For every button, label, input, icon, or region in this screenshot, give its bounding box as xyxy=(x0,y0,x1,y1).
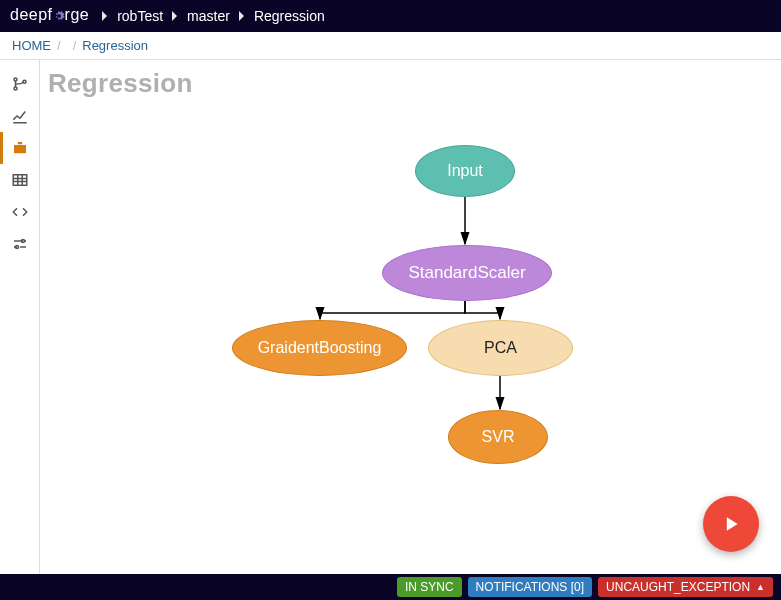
breadcrumb-current[interactable]: Regression xyxy=(82,38,148,53)
sidebar xyxy=(0,60,40,574)
code-icon[interactable] xyxy=(0,196,40,228)
topbar: deepfrge robTest master Regression xyxy=(0,0,781,32)
branch-icon[interactable] xyxy=(0,68,40,100)
logo-text-post: rge xyxy=(65,6,90,23)
canvas[interactable]: Regression Input StandardScaler Graident… xyxy=(40,60,781,574)
run-button[interactable] xyxy=(703,496,759,552)
status-error[interactable]: UNCAUGHT_EXCEPTION ▲ xyxy=(598,577,773,597)
node-gradientboosting[interactable]: GraidentBoosting xyxy=(232,320,407,376)
table-icon[interactable] xyxy=(0,164,40,196)
sliders-icon[interactable] xyxy=(0,228,40,260)
breadcrumb-node[interactable]: Regression xyxy=(248,8,331,24)
briefcase-icon[interactable] xyxy=(0,132,40,164)
logo-text-pre: deep xyxy=(10,6,48,23)
app-logo[interactable]: deepfrge xyxy=(10,6,89,26)
breadcrumb-sep: / xyxy=(67,38,83,53)
play-icon xyxy=(721,514,741,534)
svg-point-1 xyxy=(14,87,17,90)
status-sync[interactable]: IN SYNC xyxy=(397,577,462,597)
node-input[interactable]: Input xyxy=(415,145,515,197)
breadcrumb-sep: / xyxy=(51,38,67,53)
node-pca[interactable]: PCA xyxy=(428,320,573,376)
sub-breadcrumb: HOME / / Regression xyxy=(0,32,781,60)
chevron-right-icon xyxy=(169,9,181,23)
caret-up-icon: ▲ xyxy=(756,582,765,592)
chevron-right-icon xyxy=(99,9,111,23)
status-bar: IN SYNC NOTIFICATIONS [0] UNCAUGHT_EXCEP… xyxy=(0,574,781,600)
breadcrumb-home[interactable]: HOME xyxy=(12,38,51,53)
breadcrumb-branch[interactable]: master xyxy=(181,8,236,24)
chevron-right-icon xyxy=(236,9,248,23)
svg-point-0 xyxy=(14,78,17,81)
breadcrumb-project[interactable]: robTest xyxy=(111,8,169,24)
status-notifications[interactable]: NOTIFICATIONS [0] xyxy=(468,577,592,597)
node-svr[interactable]: SVR xyxy=(448,410,548,464)
gear-icon xyxy=(53,8,65,26)
svg-rect-3 xyxy=(13,175,27,186)
status-error-label: UNCAUGHT_EXCEPTION xyxy=(606,580,750,594)
diagram-edges xyxy=(40,60,781,574)
chart-line-icon[interactable] xyxy=(0,100,40,132)
node-standardscaler[interactable]: StandardScaler xyxy=(382,245,552,301)
